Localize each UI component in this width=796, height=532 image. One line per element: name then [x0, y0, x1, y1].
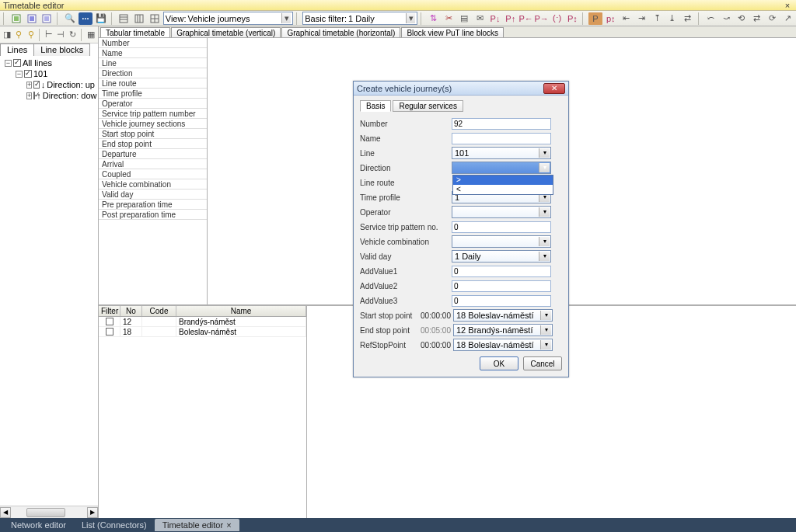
lp-btn-5[interactable]: ⊣ [55, 29, 66, 41]
toolbar-btn-save[interactable]: 💾 [94, 12, 108, 25]
prop-item[interactable]: Time profile [99, 89, 207, 99]
tab-line-blocks[interactable]: Line blocks [33, 43, 90, 56]
toolbar-icon-cut[interactable]: ✂ [442, 12, 456, 25]
toolbar-icon-r4[interactable]: ⇄ [750, 12, 764, 25]
expand-icon[interactable]: + [26, 82, 32, 89]
toolbar-icon-p3[interactable]: P← [519, 12, 533, 25]
toolbar-btn-add[interactable]: ··· [79, 12, 93, 25]
tree-dir-up[interactable]: + ↓ Direction: up [3, 79, 95, 90]
filter-combo[interactable]: Basic filter: 1 Daily ▾ [302, 12, 417, 25]
dialog-close-button[interactable]: ✕ [543, 83, 565, 94]
prop-item[interactable]: Departure [99, 149, 207, 159]
btab-network[interactable]: Network editor [3, 519, 74, 531]
col-name[interactable]: Name [176, 306, 306, 316]
toolbar-btn-1[interactable] [9, 12, 23, 25]
prop-item[interactable]: Service trip pattern number [99, 109, 207, 119]
expand-icon[interactable]: + [26, 92, 32, 99]
window-close-button[interactable]: × [782, 1, 793, 10]
scroll-left-icon[interactable]: ◀ [0, 507, 11, 518]
vcomb-select[interactable]: ▾ [452, 235, 551, 248]
close-icon[interactable]: × [226, 520, 231, 530]
tab-block[interactable]: Block view PuT line blocks [401, 27, 504, 37]
btab-list[interactable]: List (Connectors) [74, 519, 155, 531]
btab-timetable[interactable]: Timetable editor× [155, 519, 239, 531]
dd-option-gt[interactable]: > [453, 176, 553, 185]
prop-item[interactable]: Direction [99, 68, 207, 78]
validday-select[interactable]: 1 Daily▾ [452, 250, 551, 263]
prop-item[interactable]: Start stop point [99, 129, 207, 139]
lp-btn-6[interactable]: ↻ [67, 29, 78, 41]
toolbar-icon-r1[interactable]: ⤺ [703, 12, 717, 25]
prop-item[interactable]: Line [99, 58, 207, 68]
prop-item[interactable]: Coupled [99, 169, 207, 179]
prop-item[interactable]: Valid day [99, 190, 207, 200]
prop-item[interactable]: Arrival [99, 159, 207, 169]
dd-option-lt[interactable]: < [453, 185, 553, 194]
collapse-icon[interactable]: − [16, 71, 23, 78]
av2-input[interactable] [452, 280, 551, 292]
checkbox-icon[interactable] [33, 92, 35, 99]
toolbar-icon-r6[interactable]: ↗ [780, 12, 794, 25]
scroll-thumb[interactable] [26, 508, 65, 517]
prop-item[interactable]: End stop point [99, 139, 207, 149]
number-input[interactable] [452, 118, 551, 130]
checkbox-icon[interactable] [13, 59, 21, 67]
tab-graph-v[interactable]: Graphical timetable (vertical) [171, 27, 281, 37]
checkbox-icon[interactable] [106, 318, 113, 325]
left-hscroll[interactable]: ◀ ▶ [0, 506, 98, 518]
tab-tabular[interactable]: Tabular timetable [100, 27, 170, 37]
scroll-right-icon[interactable]: ▶ [87, 507, 98, 518]
tree-line-101[interactable]: − 101 [3, 68, 95, 79]
toolbar-icon-s2[interactable]: ⇥ [634, 12, 648, 25]
toolbar-icon-r5[interactable]: ⟳ [766, 12, 780, 25]
toolbar-btn-zoom[interactable]: 🔍 [63, 12, 77, 25]
lp-btn-2[interactable]: ⚲ [13, 29, 24, 41]
col-filter[interactable]: Filter [99, 306, 120, 316]
operator-select[interactable]: ▾ [452, 206, 551, 218]
ok-button[interactable]: OK [480, 356, 518, 370]
direction-dropdown-list[interactable]: > < [452, 175, 553, 195]
dlg-tab-basis[interactable]: Basis [360, 100, 391, 112]
toolbar-icon-mail[interactable]: ✉ [473, 12, 487, 25]
col-code[interactable]: Code [142, 306, 176, 316]
toolbar-icon-p2[interactable]: P↑ [504, 12, 518, 25]
prop-item[interactable]: Pre preparation time [99, 200, 207, 210]
stp-input[interactable] [452, 221, 551, 233]
lp-btn-3[interactable]: ⚲ [25, 29, 36, 41]
tab-lines[interactable]: Lines [0, 43, 34, 56]
toolbar-icon-p4[interactable]: P→ [535, 12, 549, 25]
toolbar-icon-s5[interactable]: ⇄ [681, 12, 695, 25]
lp-btn-7[interactable]: ▦ [86, 29, 96, 41]
esp-select[interactable]: 12 Brandýs-náměstí▾ [453, 324, 553, 336]
prop-item[interactable]: Operator [99, 99, 207, 109]
toolbar-icon-s1[interactable]: ⇤ [620, 12, 634, 25]
prop-item[interactable]: Vehicle combination [99, 179, 207, 190]
av3-input[interactable] [452, 295, 551, 307]
prop-item[interactable]: Number [99, 38, 207, 48]
table-row[interactable]: 12Brandýs-náměst [99, 317, 306, 327]
dialog-titlebar[interactable]: Create vehicle journey(s) ✕ [354, 82, 568, 96]
tree-all-lines[interactable]: − All lines [3, 57, 95, 68]
toolbar-icon-b2[interactable]: P↕ [565, 12, 579, 25]
toolbar-icon-r3[interactable]: ⟲ [735, 12, 749, 25]
toolbar-icon-doc[interactable]: ▤ [458, 12, 472, 25]
checkbox-icon[interactable] [24, 70, 32, 78]
toolbar-icon-arrows[interactable]: ⇅ [427, 12, 441, 25]
toolbar-btn-2[interactable] [25, 12, 39, 25]
toolbar-btn-grid2[interactable] [132, 12, 146, 25]
toolbar-icon-b1[interactable]: (⋅) [550, 12, 564, 25]
table-row[interactable]: 18Boleslav-náměst [99, 327, 306, 337]
lp-btn-1[interactable]: ◨ [2, 29, 12, 41]
toolbar-icon-p1[interactable]: P↓ [488, 12, 502, 25]
ssp-select[interactable]: 18 Boleslav-náměstí▾ [453, 309, 553, 322]
toolbar-icon-pg[interactable]: P [588, 12, 602, 25]
toolbar-btn-3[interactable] [40, 12, 54, 25]
ref-select[interactable]: 18 Boleslav-náměstí▾ [453, 339, 553, 351]
prop-item[interactable]: Name [99, 48, 207, 58]
tree-dir-down[interactable]: + ↑ Direction: dow [3, 90, 95, 101]
toolbar-icon-r2[interactable]: ⤻ [719, 12, 733, 25]
checkbox-icon[interactable] [33, 81, 39, 89]
prop-item[interactable]: Line route [99, 78, 207, 89]
name-input[interactable] [452, 133, 551, 144]
checkbox-icon[interactable] [106, 328, 113, 336]
